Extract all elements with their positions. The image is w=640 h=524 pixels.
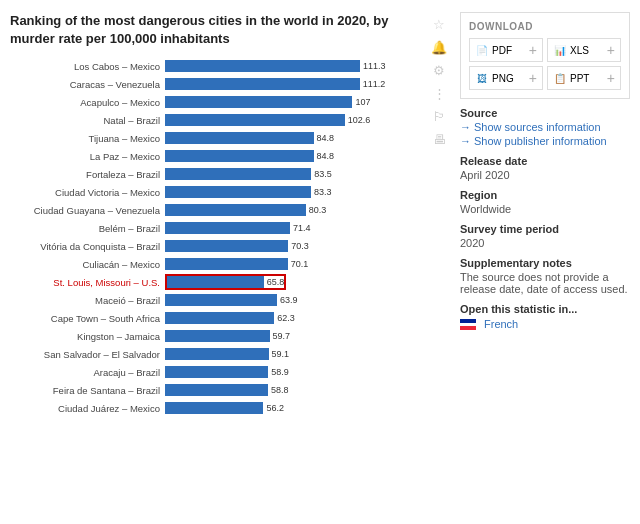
show-sources-link[interactable]: → Show sources information xyxy=(460,121,630,133)
bar-fill xyxy=(165,366,268,378)
bar-value-label: 111.2 xyxy=(363,79,386,89)
show-publisher-text: Show publisher information xyxy=(474,135,607,147)
download-png-button[interactable]: 🖼 PNG + xyxy=(469,66,543,90)
bar-label: Kingston – Jamaica xyxy=(10,331,165,342)
bar-wrapper: 83.3 xyxy=(165,186,418,198)
ppt-plus-icon: + xyxy=(607,70,615,86)
bar-row: Natal – Brazil102.6 xyxy=(10,112,418,128)
region-value: Worldwide xyxy=(460,203,630,215)
open-stat-french-link[interactable]: French xyxy=(460,318,630,330)
bar-value-label: 59.1 xyxy=(272,349,290,359)
action-icons-column: ☆ 🔔 ⚙ ⋮ 🏳 🖶 xyxy=(428,12,450,416)
open-stat-block: Open this statistic in... French xyxy=(460,303,630,330)
bar-label: San Salvador – El Salvador xyxy=(10,349,165,360)
flag-icon[interactable]: 🏳 xyxy=(433,109,446,124)
show-publisher-link[interactable]: → Show publisher information xyxy=(460,135,630,147)
bar-label: Tijuana – Mexico xyxy=(10,133,165,144)
bar-value-label: 84.8 xyxy=(317,151,335,161)
bar-fill xyxy=(165,96,352,108)
bar-fill xyxy=(165,348,269,360)
bar-row: Ciudad Victoria – Mexico83.3 xyxy=(10,184,418,200)
bar-value-label: 56.2 xyxy=(266,403,284,413)
bar-fill xyxy=(165,78,360,90)
bar-wrapper: 58.9 xyxy=(165,366,418,378)
bar-wrapper: 70.3 xyxy=(165,240,418,252)
bar-value-label: 59.7 xyxy=(273,331,291,341)
bar-fill xyxy=(165,114,345,126)
bar-label: La Paz – Mexico xyxy=(10,151,165,162)
bar-label: Los Cabos – Mexico xyxy=(10,61,165,72)
download-pdf-button[interactable]: 📄 PDF + xyxy=(469,38,543,62)
open-stat-label: Open this statistic in... xyxy=(460,303,630,315)
bar-wrapper: 65.8 xyxy=(165,274,418,290)
arrow-icon-publisher: → xyxy=(460,135,471,147)
bar-fill xyxy=(165,186,311,198)
survey-time-value: 2020 xyxy=(460,237,630,249)
bar-label: Acapulco – Mexico xyxy=(10,97,165,108)
bar-fill xyxy=(165,258,288,270)
bar-wrapper: 71.4 xyxy=(165,222,418,234)
bar-row: Feira de Santana – Brazil58.8 xyxy=(10,382,418,398)
region-block: Region Worldwide xyxy=(460,189,630,215)
ppt-icon: 📋 xyxy=(553,71,567,85)
xls-icon: 📊 xyxy=(553,43,567,57)
bar-row: Los Cabos – Mexico111.3 xyxy=(10,58,418,74)
bar-label: Vitória da Conquista – Brazil xyxy=(10,241,165,252)
highlight-border: 65.8 xyxy=(165,274,286,290)
alert-icon[interactable]: 🔔 xyxy=(431,40,447,55)
xls-label: XLS xyxy=(570,45,589,56)
share-icon[interactable]: ⋮ xyxy=(433,86,446,101)
bar-value-label: 107 xyxy=(355,97,370,107)
bar-label: Maceió – Brazil xyxy=(10,295,165,306)
bar-value-label: 83.5 xyxy=(314,169,332,179)
bar-row: Belém – Brazil71.4 xyxy=(10,220,418,236)
bar-wrapper: 63.9 xyxy=(165,294,418,306)
pdf-plus-icon: + xyxy=(529,42,537,58)
xls-plus-icon: + xyxy=(607,42,615,58)
bar-value-label: 63.9 xyxy=(280,295,298,305)
bar-fill xyxy=(165,132,314,144)
bar-label: Belém – Brazil xyxy=(10,223,165,234)
bar-wrapper: 70.1 xyxy=(165,258,418,270)
bar-row: Fortaleza – Brazil83.5 xyxy=(10,166,418,182)
png-plus-icon: + xyxy=(529,70,537,86)
download-xls-button[interactable]: 📊 XLS + xyxy=(547,38,621,62)
release-date-block: Release date April 2020 xyxy=(460,155,630,181)
bar-value-label: 84.8 xyxy=(317,133,335,143)
bar-value-label: 71.4 xyxy=(293,223,311,233)
survey-time-block: Survey time period 2020 xyxy=(460,223,630,249)
bar-wrapper: 111.2 xyxy=(165,78,418,90)
bar-wrapper: 59.7 xyxy=(165,330,418,342)
bar-value-label: 58.9 xyxy=(271,367,289,377)
download-ppt-button[interactable]: 📋 PPT + xyxy=(547,66,621,90)
release-date-label: Release date xyxy=(460,155,630,167)
sidebar: DOWNLOAD 📄 PDF + 📊 XLS + xyxy=(460,12,630,416)
bar-fill xyxy=(165,150,314,162)
bookmark-icon[interactable]: ☆ xyxy=(433,17,445,32)
bar-label: Culiacán – Mexico xyxy=(10,259,165,270)
release-date-value: April 2020 xyxy=(460,169,630,181)
bar-fill xyxy=(165,384,268,396)
bar-row: Acapulco – Mexico107 xyxy=(10,94,418,110)
bar-label: Ciudad Guayana – Venezuela xyxy=(10,205,165,216)
region-label: Region xyxy=(460,189,630,201)
pdf-label: PDF xyxy=(492,45,512,56)
bar-row: Tijuana – Mexico84.8 xyxy=(10,130,418,146)
bar-row: Aracaju – Brazil58.9 xyxy=(10,364,418,380)
info-section: Source → Show sources information → Show… xyxy=(460,107,630,330)
bar-label: Aracaju – Brazil xyxy=(10,367,165,378)
print-icon[interactable]: 🖶 xyxy=(433,132,446,147)
arrow-icon-sources: → xyxy=(460,121,471,133)
supplementary-block: Supplementary notes The source does not … xyxy=(460,257,630,295)
settings-icon[interactable]: ⚙ xyxy=(433,63,445,78)
bar-fill xyxy=(165,330,270,342)
source-label: Source xyxy=(460,107,630,119)
ppt-label: PPT xyxy=(570,73,589,84)
bar-value-label: 102.6 xyxy=(348,115,371,125)
supplementary-value: The source does not provide a release da… xyxy=(460,271,630,295)
supplementary-label: Supplementary notes xyxy=(460,257,630,269)
download-grid: 📄 PDF + 📊 XLS + 🖼 PNG xyxy=(469,38,621,90)
survey-time-label: Survey time period xyxy=(460,223,630,235)
source-block: Source → Show sources information → Show… xyxy=(460,107,630,147)
bar-wrapper: 102.6 xyxy=(165,114,418,126)
